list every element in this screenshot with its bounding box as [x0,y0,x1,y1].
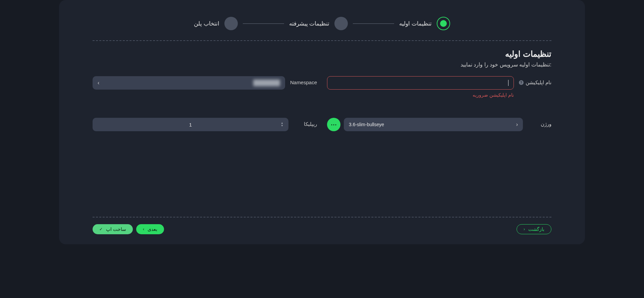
step-line-divider [353,23,394,24]
step-advanced-settings[interactable]: تنظیمات پیشرفته [289,17,348,30]
app-name-error: نام اپلیکیشن ضروریه [327,92,514,98]
build-button[interactable]: ساخت اپ ✓ [93,224,133,234]
app-name-label: نام اپلیکیشن [526,80,551,86]
namespace-value: ██████ [253,80,280,86]
form-group-app-name: نام اپلیکیشن ? نام اپلیکیشن ضروریه [327,76,551,98]
number-stepper[interactable]: ▲ ▼ [281,122,283,127]
version-value: 3.6-slim-bullseye [349,122,384,127]
back-label: بازگشت [528,227,544,232]
input-wrap: نام اپلیکیشن ضروریه [327,76,514,98]
check-icon: ✓ [99,227,103,232]
version-wrap: ⋯ 3.6-slim-bullseye › [327,118,523,131]
form-row-1: نام اپلیکیشن ? نام اپلیکیشن ضروریه Names… [93,76,551,98]
step-circle-active-icon [437,17,450,30]
label-wrap: نام اپلیکیشن ? [519,76,551,86]
section-title: تنظیمات اولیه [93,49,551,59]
step-label: تنظیمات اولیه [399,20,432,27]
label-wrap: Namespace [290,76,317,85]
stepper: تنظیمات اولیه تنظیمات پیشرفته انتخاب پلن [93,10,551,40]
section-header: تنظیمات اولیه تنظیمات اولیه سرویس خود را… [93,49,551,68]
next-label: بعدی [148,227,157,232]
ellipsis-icon: ⋯ [331,121,337,128]
form-group-namespace: Namespace ██████ ‹ [93,76,317,98]
version-select[interactable]: 3.6-slim-bullseye › [344,118,523,131]
next-button[interactable]: بعدی ‹ [136,224,164,234]
step-label: تنظیمات پیشرفته [289,20,330,27]
chevron-right-icon: › [524,227,525,232]
footer-buttons: بازگشت › ساخت اپ ✓ بعدی ‹ [93,224,551,234]
step-plan-selection[interactable]: انتخاب پلن [194,17,238,30]
app-name-input[interactable] [327,76,514,90]
step-label: انتخاب پلن [194,20,219,27]
wizard-container: تنظیمات اولیه تنظیمات پیشرفته انتخاب پلن… [59,0,585,244]
text-cursor-icon [508,80,508,86]
dashed-divider [93,217,551,217]
dashed-divider [93,40,551,41]
namespace-select[interactable]: ██████ ‹ [93,76,285,90]
step-circle-inactive-icon [334,17,348,30]
label-wrap: ریپلیکا [293,118,317,127]
chevron-left-icon: ‹ [98,80,99,86]
form-row-2: ورژن ⋯ 3.6-slim-bullseye › ریپلیکا ▲ [93,118,551,131]
chevron-left-icon: ‹ [143,227,144,232]
step-circle-inactive-icon [224,17,238,30]
replica-label: ریپلیکا [304,121,317,127]
form-group-version: ورژن ⋯ 3.6-slim-bullseye › [327,118,551,131]
footer: بازگشت › ساخت اپ ✓ بعدی ‹ [93,217,551,234]
namespace-label: Namespace [290,80,317,85]
section-subtitle: تنظیمات اولیه سرویس خود را وارد نمایید: [93,61,551,68]
step-basic-settings[interactable]: تنظیمات اولیه [399,17,450,30]
number-input-wrap: ▲ ▼ [93,118,288,131]
build-label: ساخت اپ [106,227,126,232]
version-label: ورژن [541,121,551,127]
step-line-divider [243,23,284,24]
chevron-right-icon: › [516,121,518,128]
button-group-left: ساخت اپ ✓ بعدی ‹ [93,224,164,234]
form-group-replica: ریپلیکا ▲ ▼ [93,118,317,131]
arrow-down-icon: ▼ [281,125,283,127]
input-wrap: ██████ ‹ [93,76,285,90]
replica-input[interactable] [93,118,288,131]
help-icon[interactable]: ? [519,80,524,85]
label-wrap: ورژن [528,118,551,127]
version-options-button[interactable]: ⋯ [327,118,340,131]
back-button[interactable]: بازگشت › [517,224,551,234]
